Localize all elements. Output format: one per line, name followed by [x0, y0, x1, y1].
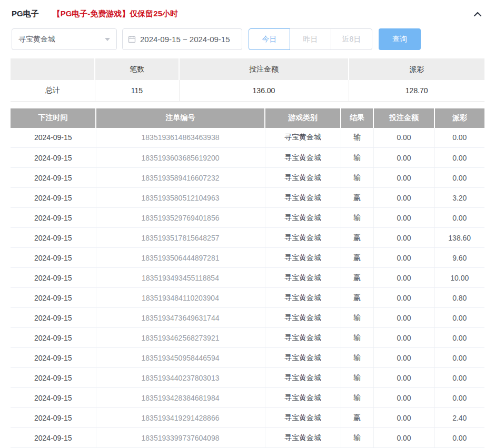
cell-game-type: 寻宝黄金城 — [265, 168, 341, 188]
cell-game-type: 寻宝黄金城 — [265, 148, 341, 168]
cell-payout: 2.40 — [434, 408, 484, 428]
cell-game-type: 寻宝黄金城 — [265, 308, 341, 328]
cell-game-type: 寻宝黄金城 — [265, 348, 341, 368]
filter-bar: 寻宝黄金城 2024-09-15 ~ 2024-09-15 今日 昨日 近8日 … — [0, 24, 495, 57]
records-table: 下注时间 注单编号 游戏类别 结果 投注金额 派彩 2024-09-151835… — [11, 108, 484, 448]
cell-bet-amount: 0.00 — [373, 268, 434, 288]
search-button[interactable]: 查询 — [379, 28, 421, 50]
summary-total-payout: 128.70 — [349, 80, 484, 101]
game-select-value: 寻宝黄金城 — [18, 35, 55, 44]
cell-bet-time: 2024-09-15 — [11, 288, 96, 308]
summary-table: 笔数 投注金额 派彩 总计 115 136.00 128.70 — [11, 58, 484, 102]
cell-bet-time: 2024-09-15 — [11, 208, 96, 228]
cell-result: 输 — [341, 308, 373, 328]
summary-total-label: 总计 — [11, 80, 95, 101]
cell-bet-amount: 0.00 — [373, 168, 434, 188]
cell-payout: 10.00 — [434, 268, 484, 288]
cell-order-id: 1835193440237803013 — [96, 368, 265, 388]
col-game-type: 游戏类别 — [265, 108, 341, 128]
cell-result: 输 — [341, 348, 373, 368]
page-title: PG电子 — [12, 9, 39, 19]
caret-down-icon — [105, 38, 110, 41]
cell-bet-amount: 0.00 — [373, 248, 434, 268]
game-select[interactable]: 寻宝黄金城 — [12, 28, 117, 50]
panel-header: PG电子 【PG电子-免费游戏】仅保留25小时 — [0, 0, 495, 24]
cell-result: 输 — [341, 168, 373, 188]
cell-bet-time: 2024-09-15 — [11, 348, 96, 368]
summary-header-row: 笔数 投注金额 派彩 — [11, 58, 484, 80]
cell-bet-time: 2024-09-15 — [11, 328, 96, 348]
cell-result: 赢 — [341, 188, 373, 208]
cell-payout: 0.00 — [434, 388, 484, 408]
summary-total-count: 115 — [95, 80, 179, 101]
table-row: 2024-09-151835193603685619200寻宝黄金城输0.000… — [11, 148, 484, 168]
table-row: 2024-09-151835193484110203904寻宝黄金城赢0.000… — [11, 288, 484, 308]
cell-bet-time: 2024-09-15 — [11, 368, 96, 388]
cell-game-type: 寻宝黄金城 — [265, 128, 341, 148]
cell-bet-amount: 0.00 — [373, 148, 434, 168]
cell-order-id: 1835193399737604098 — [96, 428, 265, 448]
date-range-input[interactable]: 2024-09-15 ~ 2024-09-15 — [122, 28, 242, 50]
cell-bet-time: 2024-09-15 — [11, 248, 96, 268]
cell-result: 输 — [341, 148, 373, 168]
pg-games-panel: PG电子 【PG电子-免费游戏】仅保留25小时 寻宝黄金城 — [0, 0, 495, 448]
cell-bet-amount: 0.00 — [373, 428, 434, 448]
table-row: 2024-09-151835193428384681984寻宝黄金城输0.000… — [11, 388, 484, 408]
cell-bet-time: 2024-09-15 — [11, 268, 96, 288]
table-row: 2024-09-151835193450958446594寻宝黄金城输0.000… — [11, 348, 484, 368]
cell-order-id: 1835193473649631744 — [96, 308, 265, 328]
summary-total-bet-amount: 136.00 — [179, 80, 349, 101]
cell-bet-amount: 0.00 — [373, 328, 434, 348]
date-range-value: 2024-09-15 ~ 2024-09-15 — [140, 35, 230, 44]
cell-game-type: 寻宝黄金城 — [265, 428, 341, 448]
cell-result: 赢 — [341, 248, 373, 268]
table-row: 2024-09-151835193493455118854寻宝黄金城赢0.001… — [11, 268, 484, 288]
cell-bet-amount: 0.00 — [373, 288, 434, 308]
cell-result: 赢 — [341, 408, 373, 428]
cell-game-type: 寻宝黄金城 — [265, 388, 341, 408]
cell-payout: 0.00 — [434, 328, 484, 348]
quick-date-group: 今日 昨日 近8日 — [249, 28, 372, 50]
col-bet-amount: 投注金额 — [373, 108, 434, 128]
summary-col-blank — [11, 58, 95, 80]
cell-bet-time: 2024-09-15 — [11, 168, 96, 188]
cell-order-id: 1835193517815648257 — [96, 228, 265, 248]
summary-col-bet-amount: 投注金额 — [179, 58, 349, 80]
cell-order-id: 1835193614863463938 — [96, 128, 265, 148]
table-row: 2024-09-151835193419291428866寻宝黄金城赢0.002… — [11, 408, 484, 428]
cell-result: 赢 — [341, 268, 373, 288]
table-row: 2024-09-151835193589416607232寻宝黄金城输0.000… — [11, 168, 484, 188]
cell-order-id: 1835193484110203904 — [96, 288, 265, 308]
cell-bet-time: 2024-09-15 — [11, 308, 96, 328]
cell-bet-amount: 0.00 — [373, 408, 434, 428]
table-row: 2024-09-151835193462568273921寻宝黄金城输0.000… — [11, 328, 484, 348]
col-order-id: 注单编号 — [96, 108, 265, 128]
table-row: 2024-09-151835193506444897281寻宝黄金城赢0.009… — [11, 248, 484, 268]
cell-bet-time: 2024-09-15 — [11, 388, 96, 408]
cell-payout: 0.00 — [434, 168, 484, 188]
cell-game-type: 寻宝黄金城 — [265, 328, 341, 348]
cell-bet-time: 2024-09-15 — [11, 188, 96, 208]
table-row: 2024-09-151835193517815648257寻宝黄金城赢0.001… — [11, 228, 484, 248]
cell-game-type: 寻宝黄金城 — [265, 408, 341, 428]
cell-payout: 0.80 — [434, 288, 484, 308]
yesterday-button[interactable]: 昨日 — [290, 28, 331, 50]
cell-result: 输 — [341, 128, 373, 148]
cell-order-id: 1835193589416607232 — [96, 168, 265, 188]
cell-game-type: 寻宝黄金城 — [265, 368, 341, 388]
cell-bet-time: 2024-09-15 — [11, 408, 96, 428]
cell-bet-amount: 0.00 — [373, 208, 434, 228]
retention-notice: 【PG电子-免费游戏】仅保留25小时 — [53, 9, 178, 19]
cell-bet-amount: 0.00 — [373, 388, 434, 408]
summary-total-row: 总计 115 136.00 128.70 — [11, 80, 484, 101]
today-button[interactable]: 今日 — [249, 28, 290, 50]
cell-result: 输 — [341, 368, 373, 388]
cell-result: 输 — [341, 388, 373, 408]
cell-order-id: 1835193419291428866 — [96, 408, 265, 428]
cell-game-type: 寻宝黄金城 — [265, 248, 341, 268]
cell-result: 赢 — [341, 288, 373, 308]
table-row: 2024-09-151835193440237803013寻宝黄金城输0.000… — [11, 368, 484, 388]
last8days-button[interactable]: 近8日 — [331, 28, 372, 50]
collapse-button[interactable] — [473, 11, 482, 18]
col-bet-time: 下注时间 — [11, 108, 96, 128]
